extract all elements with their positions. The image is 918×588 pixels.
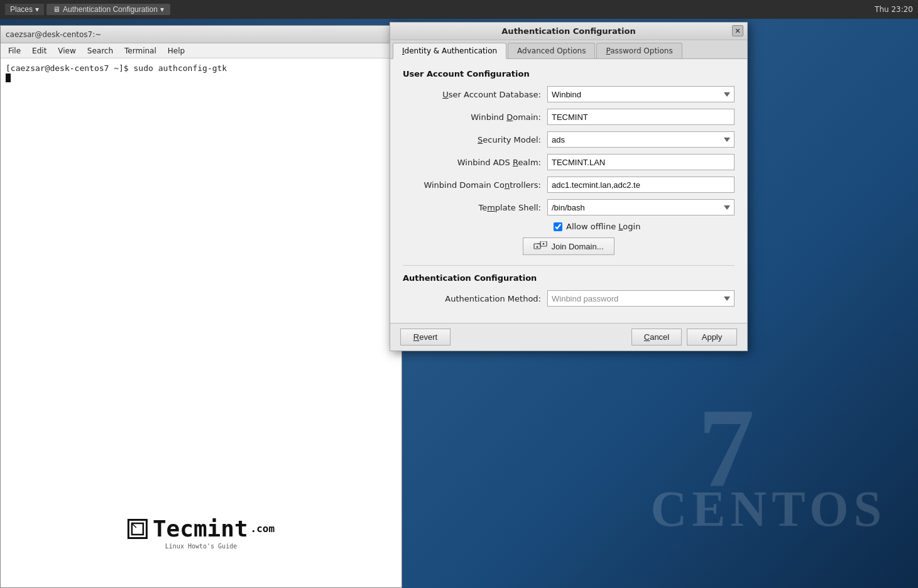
- section-divider: [403, 265, 735, 266]
- topbar-clock: Thu 23:20: [875, 5, 913, 14]
- terminal-titlebar: caezsar@desk-centos7:~: [1, 26, 402, 43]
- terminal-cursor-line: [6, 73, 396, 82]
- template-shell-row: Template Shell: /bin/bash: [403, 199, 735, 215]
- auth-method-row: Authentication Method: Winbind password: [403, 290, 735, 307]
- auth-method-label: Authentication Method:: [403, 294, 547, 303]
- winbind-domain-row: Winbind Domain: TECMINT: [403, 109, 735, 125]
- auth-config-section-title: Authentication Configuration: [403, 273, 735, 283]
- terminal-menu-terminal[interactable]: Terminal: [119, 45, 161, 57]
- allow-offline-login-checkbox[interactable]: [554, 222, 562, 231]
- tecmint-logo-text: Tecmint .com: [128, 516, 275, 542]
- join-domain-btn-row: Join Domain...: [403, 237, 735, 255]
- terminal-command: [caezsar@desk-centos7 ~]$ sudo authconfi…: [6, 63, 227, 73]
- terminal-menu: File Edit View Search Terminal Help: [1, 43, 402, 58]
- allow-offline-login-row: Allow offline Login: [403, 222, 735, 231]
- terminal-prompt-line: [caezsar@desk-centos7 ~]$ sudo authconfi…: [6, 63, 396, 73]
- join-domain-icon: [533, 241, 547, 251]
- auth-config-dialog: Authentication Configuration ✕ Identity …: [390, 22, 748, 351]
- apply-btn-label: Apply: [702, 332, 723, 342]
- tab-identity-label: Identity & Authentication: [402, 46, 497, 55]
- winbind-domain-controllers-input[interactable]: adc1.tecmint.lan,adc2.te: [547, 177, 735, 193]
- topbar: Places ▾ 🖥 Authentication Configuration …: [0, 0, 918, 19]
- centos-text-watermark: CENTOS: [650, 481, 887, 538]
- terminal-menu-help[interactable]: Help: [163, 45, 190, 57]
- svg-point-5: [537, 246, 538, 248]
- cancel-btn-label: ancel: [650, 332, 669, 342]
- security-model-label: Security Model:: [403, 135, 547, 144]
- tab-advanced-options[interactable]: Advanced Options: [508, 43, 595, 58]
- tab-password-options[interactable]: Password Options: [596, 43, 682, 58]
- svg-point-6: [543, 243, 545, 245]
- allow-offline-login-label: Allow offline Login: [566, 222, 640, 231]
- dialog-content: User Account Configuration User Account …: [390, 59, 747, 323]
- user-account-section-title: User Account Configuration: [403, 69, 735, 79]
- tab-advanced-label: Advanced Options: [517, 46, 586, 55]
- terminal-menu-edit[interactable]: Edit: [27, 45, 52, 57]
- winbind-ads-realm-label: Winbind ADS Realm:: [403, 158, 547, 167]
- winbind-ads-realm-row: Winbind ADS Realm: TECMINT.LAN: [403, 154, 735, 170]
- winbind-domain-label: Winbind Domain:: [403, 112, 547, 122]
- winbind-domain-controllers-row: Winbind Domain Controllers: adc1.tecmint…: [403, 177, 735, 193]
- dialog-footer: Revert Cancel Apply: [390, 323, 747, 351]
- terminal-window: caezsar@desk-centos7:~ File Edit View Se…: [0, 25, 402, 588]
- security-model-row: Security Model: ads: [403, 131, 735, 148]
- dialog-close-button[interactable]: ✕: [732, 25, 743, 36]
- terminal-menu-view[interactable]: View: [53, 45, 80, 57]
- user-account-database-select[interactable]: Winbind: [547, 86, 735, 102]
- join-domain-button[interactable]: Join Domain...: [523, 237, 614, 255]
- cancel-button[interactable]: Cancel: [631, 329, 682, 346]
- tecmint-box-icon: [130, 521, 145, 536]
- tecmint-logo: Tecmint .com Linux Howto's Guide: [128, 516, 275, 550]
- user-account-database-row: User Account Database: Winbind: [403, 86, 735, 102]
- chevron-down-icon: ▾: [160, 5, 164, 14]
- authconfig-taskbar-button[interactable]: 🖥 Authentication Configuration ▾: [46, 4, 170, 15]
- tecmint-logo-suffix: .com: [251, 523, 275, 535]
- winbind-ads-realm-input[interactable]: TECMINT.LAN: [547, 154, 735, 170]
- revert-btn-label: evert: [419, 332, 437, 342]
- dialog-titlebar: Authentication Configuration ✕: [390, 23, 747, 40]
- tecmint-logo-name: Tecmint: [153, 516, 248, 542]
- terminal-menu-file[interactable]: File: [3, 45, 26, 57]
- topbar-left: Places ▾ 🖥 Authentication Configuration …: [5, 4, 170, 15]
- terminal-title: caezsar@desk-centos7:~: [6, 30, 101, 39]
- dialog-tabs: Identity & Authentication Advanced Optio…: [390, 40, 747, 59]
- revert-button[interactable]: Revert: [400, 329, 451, 346]
- tab-identity-authentication[interactable]: Identity & Authentication: [393, 43, 506, 59]
- winbind-domain-input[interactable]: TECMINT: [547, 109, 735, 125]
- footer-left: Revert: [400, 329, 451, 346]
- tecmint-tagline: Linux Howto's Guide: [128, 543, 275, 550]
- template-shell-select[interactable]: /bin/bash: [547, 199, 735, 215]
- footer-right: Cancel Apply: [631, 329, 737, 346]
- terminal-body: [caezsar@desk-centos7 ~]$ sudo authconfi…: [1, 58, 402, 587]
- tecmint-logo-icon: [128, 519, 148, 539]
- apply-button[interactable]: Apply: [687, 329, 737, 346]
- join-domain-btn-label: Join Domain...: [551, 242, 603, 251]
- template-shell-label: Template Shell:: [403, 203, 547, 212]
- window-icon: 🖥: [53, 5, 60, 14]
- terminal-menu-search[interactable]: Search: [82, 45, 118, 57]
- dialog-title: Authentication Configuration: [501, 26, 635, 36]
- user-account-database-label: User Account Database:: [403, 90, 547, 99]
- auth-method-select[interactable]: Winbind password: [547, 290, 735, 307]
- places-button[interactable]: Places ▾: [5, 4, 44, 15]
- security-model-select[interactable]: ads: [547, 131, 735, 148]
- tab-password-label: Password Options: [606, 46, 672, 55]
- chevron-down-icon: ▾: [35, 5, 39, 14]
- winbind-domain-controllers-label: Winbind Domain Controllers:: [403, 180, 547, 190]
- terminal-cursor: [6, 74, 11, 82]
